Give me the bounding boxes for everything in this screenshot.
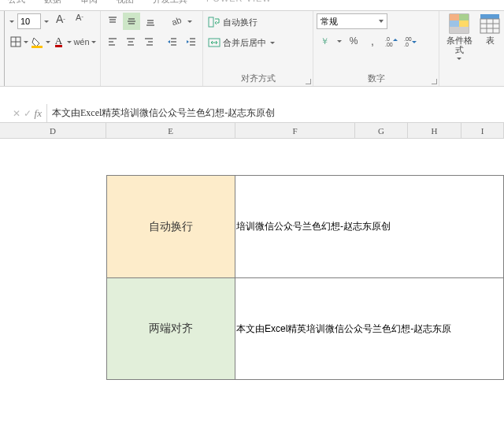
increase-indent-icon[interactable] — [183, 33, 199, 50]
svg-rect-3 — [32, 46, 43, 48]
cell-E-top[interactable]: 自动换行 — [106, 175, 235, 277]
format-table-group[interactable]: 表 — [479, 11, 501, 86]
font-size-dropdown[interactable] — [43, 13, 50, 30]
svg-rect-37 — [450, 14, 459, 20]
tab-data[interactable]: 数据 — [44, 0, 61, 6]
decrease-decimal-icon[interactable]: .00.0 — [402, 32, 419, 50]
col-header-I[interactable]: I — [461, 123, 504, 138]
column-headers: D E F G H I — [0, 123, 504, 139]
align-dialog-launcher[interactable] — [304, 77, 312, 85]
tab-formula[interactable]: 公式 — [8, 0, 25, 6]
orientation-icon[interactable]: ab — [167, 13, 184, 30]
align-group: ab . — [101, 11, 203, 86]
number-dialog-launcher[interactable] — [430, 77, 438, 85]
number-group-label: 数字 — [317, 72, 435, 84]
font-size-input[interactable]: 10 — [17, 13, 41, 29]
accounting-dropdown[interactable] — [335, 32, 343, 50]
cell-F-bottom[interactable]: 本文由Excel精英培训微信公众号兰色幻想-赵志东原 — [235, 277, 504, 380]
conditional-format-group[interactable]: 条件格式 — [439, 11, 479, 86]
font-color-button[interactable]: A — [51, 33, 66, 50]
wrap-text-icon — [208, 16, 220, 28]
accounting-format-icon[interactable]: ￥ — [317, 32, 334, 50]
col-header-E[interactable]: E — [106, 123, 235, 138]
phonetic-button[interactable]: wén — [73, 33, 91, 50]
ribbon: 10 Aˆ Aˇ A wén 字体 — [0, 11, 504, 87]
comma-format-icon[interactable]: , — [364, 32, 381, 50]
col-header-F[interactable]: F — [235, 123, 355, 138]
col-header-D[interactable]: D — [0, 123, 106, 138]
worksheet-grid[interactable]: D E F G H I 自动换行 两端对齐 培训微信公众号兰色幻想-赵志东原创 … — [0, 123, 504, 438]
svg-text:ab: ab — [170, 15, 183, 27]
cell-F-top[interactable]: 培训微信公众号兰色幻想-赵志东原创 — [235, 175, 504, 277]
phonetic-dropdown[interactable] — [91, 33, 98, 50]
font-color-dropdown[interactable] — [66, 33, 73, 50]
increase-font-icon[interactable]: Aˆ — [52, 13, 69, 30]
align-top-icon[interactable] — [104, 13, 121, 30]
number-group: 常规 ￥ % , .0.00 .00.0 数字 — [313, 11, 439, 86]
merge-center-button[interactable]: 合并后居中 — [206, 34, 309, 51]
wrap-merge-group: 自动换行 合并后居中 对齐方式 — [203, 11, 313, 86]
decrease-indent-icon[interactable] — [165, 33, 181, 50]
svg-text:￥: ￥ — [321, 36, 329, 46]
svg-rect-42 — [480, 14, 499, 19]
svg-rect-43 — [480, 19, 499, 33]
align-left-icon[interactable] — [104, 33, 120, 50]
cancel-icon[interactable]: ✕ — [13, 108, 20, 119]
conditional-format-label: 条件格式 — [443, 35, 476, 54]
tab-developer[interactable]: 开发工具 — [153, 0, 187, 6]
tab-view[interactable]: 视图 — [117, 0, 134, 6]
fill-color-dropdown[interactable] — [45, 33, 52, 50]
wrap-text-button[interactable]: 自动换行 — [206, 13, 309, 31]
cell-E-bottom[interactable]: 两端对齐 — [106, 277, 235, 380]
font-group: 10 Aˆ Aˇ A wén 字体 — [5, 11, 101, 86]
conditional-format-dropdown[interactable] — [455, 54, 463, 62]
svg-text:.0: .0 — [404, 42, 409, 47]
tab-powerview[interactable]: POWER VIEW — [206, 0, 272, 3]
merge-center-icon — [208, 36, 220, 49]
svg-rect-29 — [209, 17, 213, 27]
fx-icon[interactable]: fx — [35, 107, 42, 120]
number-format-select[interactable]: 常规 — [317, 13, 387, 29]
format-table-label: 表 — [486, 35, 495, 45]
col-header-G[interactable]: G — [355, 123, 408, 138]
percent-format-icon[interactable]: % — [345, 32, 362, 50]
conditional-format-icon — [448, 13, 470, 35]
font-dropdown[interactable] — [8, 13, 16, 30]
merge-dropdown[interactable] — [269, 34, 276, 51]
fill-color-button[interactable] — [30, 33, 45, 50]
formula-bar: ✕ ✓ fx 本文由Excel精英培训微信公众号兰色幻想-赵志东原创 — [0, 104, 504, 123]
svg-rect-41 — [450, 27, 469, 33]
ribbon-tabs: 公式 数据 审阅 视图 开发工具 POWER VIEW — [0, 0, 504, 11]
tab-review[interactable]: 审阅 — [80, 0, 98, 6]
svg-rect-40 — [459, 20, 469, 27]
align-middle-icon[interactable] — [123, 13, 140, 30]
align-bottom-icon[interactable] — [142, 13, 159, 30]
align-center-icon[interactable] — [122, 33, 139, 50]
svg-text:.0: .0 — [385, 36, 390, 42]
decrease-font-icon[interactable]: Aˇ — [71, 13, 88, 30]
orientation-dropdown[interactable] — [186, 13, 194, 30]
align-group-label: 对齐方式 — [206, 72, 309, 84]
enter-icon[interactable]: ✓ — [24, 108, 32, 119]
svg-rect-39 — [450, 20, 459, 27]
border-button[interactable] — [8, 33, 23, 50]
svg-rect-38 — [459, 14, 469, 20]
formula-bar-value[interactable]: 本文由Excel精英培训微信公众号兰色幻想-赵志东原创 — [47, 106, 504, 120]
border-dropdown[interactable] — [23, 33, 30, 50]
align-right-icon[interactable] — [140, 33, 157, 50]
svg-text:.00: .00 — [404, 36, 412, 42]
col-header-H[interactable]: H — [408, 123, 461, 138]
svg-text:.00: .00 — [385, 42, 393, 47]
format-table-icon — [479, 13, 501, 35]
increase-decimal-icon[interactable]: .0.00 — [383, 32, 400, 50]
